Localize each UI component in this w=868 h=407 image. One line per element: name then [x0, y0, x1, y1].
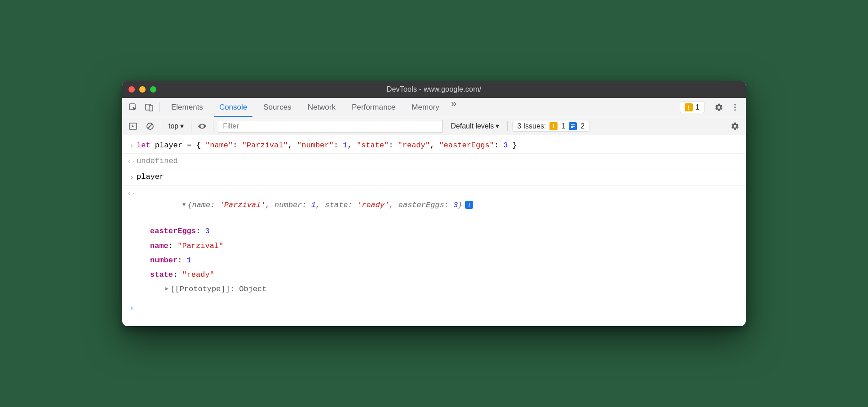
more-tabs-icon[interactable]: » [447, 98, 460, 117]
tab-console[interactable]: Console [211, 98, 255, 117]
tab-label: Elements [171, 103, 203, 112]
output-prompt-icon: ‹· [127, 155, 137, 168]
output-prompt-icon: ‹· [127, 187, 137, 224]
console-code: player [137, 171, 740, 183]
issues-warn-count: 1 [561, 122, 565, 130]
info-icon[interactable]: i [465, 201, 473, 209]
warnings-chip[interactable]: ! 1 [680, 102, 704, 113]
log-levels-dropdown[interactable]: Default levels ▾ [447, 121, 503, 131]
svg-rect-2 [149, 106, 153, 111]
minimize-icon[interactable] [139, 86, 146, 93]
sidebar-toggle-icon[interactable] [127, 120, 139, 133]
tab-network[interactable]: Network [300, 98, 344, 117]
context-label: top [168, 122, 178, 130]
panel-tabs: Elements Console Sources Network Perform… [163, 98, 460, 117]
svg-rect-10 [571, 124, 575, 125]
tab-performance[interactable]: Performance [344, 98, 403, 117]
console-input-row[interactable]: › let player = { "name": "Parzival", "nu… [122, 138, 746, 154]
svg-point-4 [734, 106, 735, 108]
object-property[interactable]: number: 1 [150, 253, 740, 268]
gear-icon[interactable] [713, 101, 725, 114]
zoom-icon[interactable] [150, 86, 156, 93]
separator [507, 121, 508, 131]
input-prompt-icon: › [127, 301, 137, 314]
console-empty-prompt[interactable]: › [122, 300, 746, 315]
svg-point-5 [734, 109, 735, 111]
separator [161, 121, 161, 131]
device-toolbar-icon[interactable] [143, 101, 155, 114]
input-prompt-icon: › [127, 171, 137, 183]
levels-label: Default levels [451, 122, 494, 130]
svg-point-3 [734, 104, 735, 106]
object-properties: easterEggs: 3 name: "Parzival" number: 1… [127, 223, 740, 298]
input-prompt-icon: › [127, 139, 137, 152]
console-result: undefined [137, 155, 740, 167]
console-output: › let player = { "name": "Parzival", "nu… [122, 135, 746, 326]
console-settings-gear-icon[interactable] [729, 120, 741, 133]
window-title: DevTools - www.google.com/ [122, 85, 746, 93]
close-icon[interactable] [128, 86, 135, 93]
tab-elements[interactable]: Elements [163, 98, 211, 117]
separator [159, 102, 159, 112]
svg-rect-11 [571, 126, 575, 127]
object-property[interactable]: name: "Parzival" [150, 239, 740, 253]
context-dropdown[interactable]: top ▾ [166, 121, 186, 131]
separator [213, 121, 213, 131]
devtools-window: DevTools - www.google.com/ Elements Cons… [122, 81, 746, 326]
console-output-row: ‹· undefined [122, 154, 746, 169]
tab-label: Memory [412, 103, 439, 112]
svg-point-9 [201, 125, 203, 127]
separator [191, 121, 191, 131]
object-prototype[interactable]: ▶[[Prototype]]: Object [150, 282, 740, 296]
svg-line-8 [148, 124, 152, 128]
issues-info-count: 2 [580, 122, 585, 130]
info-icon [569, 122, 577, 130]
tab-label: Console [219, 103, 247, 112]
traffic-lights [128, 86, 156, 93]
tab-label: Sources [263, 103, 291, 112]
main-tabbar: Elements Console Sources Network Perform… [122, 98, 746, 117]
tab-label: Performance [352, 103, 395, 112]
warning-icon: ! [685, 103, 693, 111]
collapse-icon[interactable]: ▼ [182, 201, 186, 209]
object-property[interactable]: easterEggs: 3 [150, 224, 740, 239]
kebab-menu-icon[interactable] [729, 101, 741, 114]
warnings-count: 1 [695, 103, 700, 112]
expand-icon[interactable]: ▶ [165, 284, 168, 294]
clear-console-icon[interactable] [144, 120, 156, 133]
inspect-element-icon[interactable] [127, 101, 139, 114]
console-input-row[interactable]: › player [122, 169, 746, 185]
object-property[interactable]: state: "ready" [150, 268, 740, 282]
tab-sources[interactable]: Sources [255, 98, 299, 117]
live-expression-icon[interactable] [196, 120, 208, 133]
console-toolbar: top ▾ Default levels ▾ 3 Issues: ! 1 2 [122, 117, 746, 135]
warning-icon: ! [549, 122, 558, 130]
issues-label: 3 Issues: [517, 122, 546, 130]
tab-memory[interactable]: Memory [403, 98, 447, 117]
console-code: let player = { "name": "Parzival", "numb… [137, 139, 740, 151]
chevron-down-icon: ▾ [496, 122, 499, 130]
tab-label: Network [308, 103, 336, 112]
svg-rect-12 [571, 127, 573, 128]
titlebar: DevTools - www.google.com/ [122, 81, 746, 98]
filter-input[interactable] [218, 120, 443, 133]
issues-chip[interactable]: 3 Issues: ! 1 2 [512, 121, 589, 132]
chevron-down-icon: ▾ [180, 122, 184, 130]
object-summary[interactable]: ▼{name: 'Parzival', number: 1, state: 'r… [137, 187, 740, 224]
console-output-row: ‹· ▼{name: 'Parzival', number: 1, state:… [122, 186, 746, 300]
